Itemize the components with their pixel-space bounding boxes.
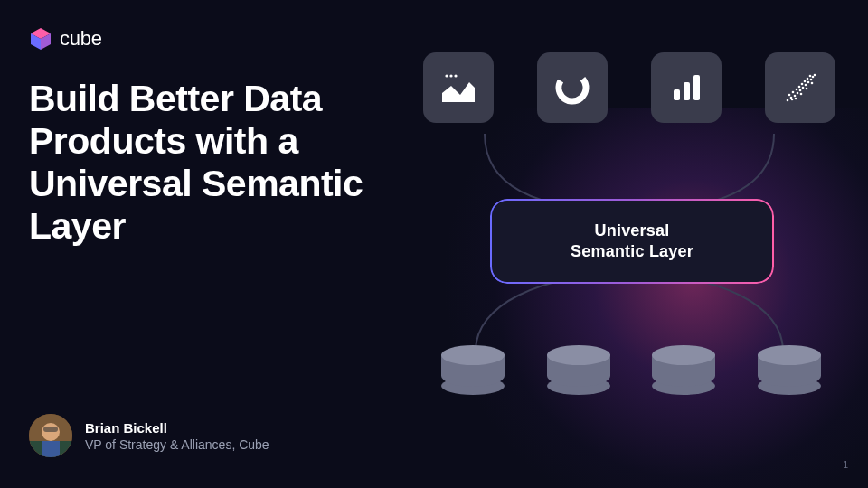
svg-point-17 xyxy=(799,89,802,92)
svg-point-26 xyxy=(809,75,812,78)
svg-point-3 xyxy=(445,74,448,77)
speaker-role: VP of Strategy & Alliances, Cube xyxy=(85,437,269,452)
area-chart-icon xyxy=(437,66,480,109)
database-row xyxy=(441,345,821,395)
svg-point-13 xyxy=(794,95,797,98)
page-number: 1 xyxy=(843,460,848,470)
speaker-text: Brian Bickell VP of Strategy & Alliances… xyxy=(85,420,269,452)
svg-point-12 xyxy=(788,94,791,97)
svg-point-20 xyxy=(801,83,804,86)
svg-point-5 xyxy=(454,74,457,77)
svg-point-18 xyxy=(798,86,801,89)
database-icon xyxy=(652,345,715,395)
svg-point-4 xyxy=(449,74,452,77)
brand-logo: cube xyxy=(29,27,102,51)
chart-tiles-row xyxy=(421,52,837,123)
svg-point-28 xyxy=(791,99,794,101)
speaker-avatar xyxy=(29,414,72,457)
svg-point-30 xyxy=(800,93,803,96)
svg-point-21 xyxy=(805,84,807,87)
bar-chart-tile xyxy=(651,52,722,123)
speaker-block: Brian Bickell VP of Strategy & Alliances… xyxy=(29,414,269,457)
donut-chart-icon xyxy=(551,66,594,109)
svg-point-22 xyxy=(804,80,807,83)
svg-point-32 xyxy=(811,82,814,85)
svg-point-29 xyxy=(795,98,797,100)
svg-rect-7 xyxy=(674,89,680,100)
semantic-layer-diagram: Universal Semantic Layer xyxy=(421,52,837,432)
svg-point-6 xyxy=(553,69,591,107)
database-icon xyxy=(758,345,821,395)
cube-logo-icon xyxy=(29,27,52,51)
svg-point-10 xyxy=(787,99,789,102)
svg-point-31 xyxy=(806,88,808,90)
area-chart-tile xyxy=(423,52,494,123)
svg-point-19 xyxy=(802,87,805,89)
svg-point-15 xyxy=(797,92,799,95)
svg-point-25 xyxy=(810,79,813,81)
svg-rect-37 xyxy=(42,441,60,457)
svg-rect-38 xyxy=(43,427,58,432)
database-icon xyxy=(547,345,610,395)
svg-point-16 xyxy=(796,89,798,91)
scatter-chart-tile xyxy=(765,52,835,123)
svg-point-14 xyxy=(792,91,795,94)
brand-name: cube xyxy=(60,27,102,51)
svg-point-33 xyxy=(814,74,816,77)
svg-rect-9 xyxy=(693,75,700,100)
svg-point-23 xyxy=(807,81,810,84)
usl-label-line2: Semantic Layer xyxy=(571,241,693,262)
svg-rect-8 xyxy=(684,82,690,100)
usl-label-line1: Universal xyxy=(595,221,670,241)
svg-point-27 xyxy=(812,76,815,79)
universal-semantic-layer-box: Universal Semantic Layer xyxy=(492,201,772,282)
scatter-chart-icon xyxy=(778,66,822,109)
donut-chart-tile xyxy=(537,52,608,123)
speaker-name: Brian Bickell xyxy=(85,420,269,436)
slide-title: Build Better Data Products with a Univer… xyxy=(29,78,409,249)
database-icon xyxy=(441,345,505,395)
svg-point-24 xyxy=(807,78,809,80)
bar-chart-icon xyxy=(665,66,708,109)
